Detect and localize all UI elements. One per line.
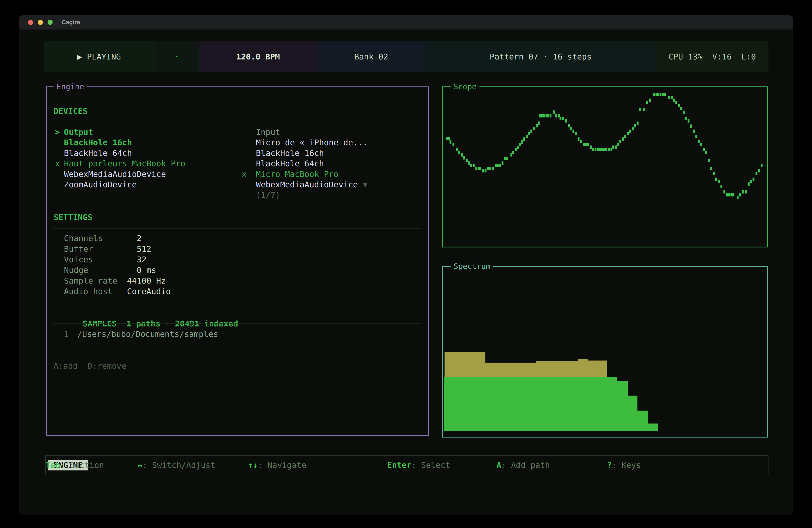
key-hint-add-path: A: Add path [496, 460, 550, 470]
close-button[interactable] [28, 20, 33, 25]
setting-label: Channels [64, 233, 103, 244]
samples-section-header: SAMPLES 1 paths · 20491 indexed [54, 308, 428, 318]
chevron-down-icon: ▼ [358, 180, 367, 189]
hint-key: A [496, 460, 501, 470]
setting-value: 32 [127, 254, 146, 265]
topbar-segment-pattern[interactable]: Pattern 07 · 16 steps [425, 41, 656, 72]
input-device-row: (1/7) [47, 190, 428, 200]
samples-keys-hint: A:add D:remove [54, 361, 428, 371]
path-index: 1 [64, 329, 69, 339]
input-device-row: Input [47, 127, 428, 138]
hint-label: : Section [60, 460, 104, 470]
setting-row-audio-host[interactable]: Audio hostCoreAudio [47, 286, 428, 297]
hint-key: ↔ [137, 460, 143, 470]
divider [54, 324, 422, 324]
device-label: BlackHole 16ch [256, 148, 324, 158]
device-label: (1/7) [256, 190, 280, 200]
devices-section-header: DEVICES [54, 106, 428, 116]
setting-label: Voices [64, 254, 93, 265]
spectrum-chart [444, 268, 766, 436]
device-label: Micro MacBook Pro [256, 169, 338, 180]
setting-label: Nudge [64, 265, 88, 275]
hint-label: : Keys [612, 460, 641, 470]
key-hint-section: Tab: Section [46, 460, 104, 470]
window-title: Cagire [61, 19, 80, 26]
setting-value: 2 [127, 233, 142, 244]
scope-waveform [445, 88, 765, 245]
device-label: Micro de « iPhone de... [256, 137, 367, 148]
hint-key: ↑↓ [248, 460, 258, 470]
topbar-segment-bpm[interactable]: 120.0 BPM [199, 41, 317, 72]
hint-key: Tab [46, 460, 60, 470]
setting-value: 512 [127, 244, 151, 254]
hint-label: : Switch/Adjust [143, 460, 215, 470]
input-device-row[interactable]: BlackHole 16ch [47, 148, 428, 158]
active-device-marker: x [242, 169, 247, 180]
device-label: Input [256, 127, 280, 138]
setting-row-sample-rate[interactable]: Sample rate44100 Hz [47, 275, 428, 286]
settings-section-header: SETTINGS [54, 212, 428, 223]
key-hint-switch-adjust: ↔: Switch/Adjust [137, 460, 215, 470]
setting-value: CoreAudio [127, 286, 171, 297]
device-label: BlackHole 64ch [256, 158, 324, 169]
status-bar: ▶ PLAYING·120.0 BPMBank 02Pattern 07 · 1… [44, 41, 768, 72]
hint-key: ? [607, 460, 612, 470]
divider [54, 228, 422, 229]
device-label: WebexMediaAudioDevice ▼ [256, 179, 367, 190]
app-window: Cagire ▶ PLAYING·120.0 BPMBank 02Pattern… [19, 15, 793, 515]
minimize-button[interactable] [38, 20, 43, 25]
zoom-button[interactable] [47, 20, 53, 25]
topbar-segment-transport[interactable]: ▶ PLAYING [44, 41, 155, 72]
title-bar: Cagire [19, 15, 793, 30]
hint-key: Enter [387, 460, 411, 470]
path-value: /Users/bubo/Documents/samples [77, 329, 218, 339]
setting-row-buffer[interactable]: Buffer 512 [47, 244, 428, 254]
setting-value: 44100 Hz [127, 275, 166, 286]
spectrum-panel: Spectrum [442, 266, 768, 438]
setting-row-voices[interactable]: Voices 32 [47, 254, 428, 265]
key-hint-keys: ?: Keys [607, 460, 641, 470]
divider [54, 123, 422, 124]
input-device-row[interactable]: Micro de « iPhone de... [47, 137, 428, 148]
input-device-row[interactable]: xMicro MacBook Pro [47, 169, 428, 180]
key-hint-select: Enter: Select [387, 460, 450, 470]
setting-value: 0 ms [127, 265, 156, 275]
sample-path-row[interactable]: 1/Users/bubo/Documents/samples [47, 329, 428, 339]
setting-label: Audio host [64, 286, 113, 297]
setting-label: Buffer [64, 244, 93, 254]
hint-label: : Add path [501, 460, 550, 470]
scope-panel: Scope [442, 86, 768, 247]
topbar-segment-stats: CPU 13% V:16 L:0 [656, 41, 768, 72]
setting-label: Sample rate [64, 275, 117, 286]
engine-panel-title: Engine [54, 82, 87, 92]
engine-panel: Engine DEVICES >OutputBlackHole 16chBlac… [46, 86, 429, 436]
input-device-row[interactable]: BlackHole 64ch [47, 158, 428, 169]
topbar-segment-beat: · [155, 41, 199, 72]
key-hint-bar: ENGINE Tab: Section↔: Switch/Adjust↑↓: N… [45, 455, 768, 475]
key-hint-navigate: ↑↓: Navigate [248, 460, 306, 470]
topbar-segment-bank[interactable]: Bank 02 [317, 41, 425, 72]
input-device-row[interactable]: WebexMediaAudioDevice ▼ [47, 179, 428, 190]
setting-row-nudge[interactable]: Nudge 0 ms [47, 265, 428, 275]
setting-row-channels[interactable]: Channels 2 [47, 233, 428, 244]
hint-label: : Navigate [258, 460, 306, 470]
hint-label: : Select [411, 460, 450, 470]
